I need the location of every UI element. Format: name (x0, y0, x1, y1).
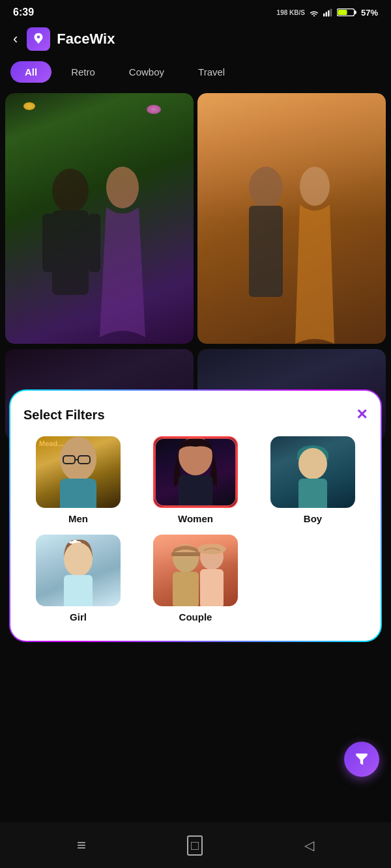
modal-header: Select Filters ✕ (23, 406, 368, 423)
close-button[interactable]: ✕ (356, 406, 368, 423)
filter-label-women: Women (178, 513, 213, 524)
tab-travel[interactable]: Travel (184, 61, 239, 83)
back-button[interactable]: ‹ (10, 28, 20, 50)
svg-rect-3 (330, 8, 332, 16)
filter-item-boy[interactable]: Boy (258, 436, 368, 524)
svg-rect-8 (52, 210, 89, 295)
app-logo-icon (27, 27, 50, 51)
svg-point-24 (298, 448, 327, 479)
filter-label-boy: Boy (304, 513, 322, 524)
grid-image-indian-couple[interactable] (197, 93, 386, 344)
filter-item-girl[interactable]: Girl (23, 535, 133, 623)
battery-pct: 57% (361, 8, 378, 18)
header: ‹ FaceWix (0, 22, 391, 59)
filter-img-women (153, 436, 238, 508)
svg-rect-13 (249, 206, 283, 297)
status-right: 198 KB/S 57% (277, 7, 378, 18)
filter-item-men[interactable]: Mead... Men (23, 436, 133, 524)
tab-all[interactable]: All (10, 61, 51, 83)
filter-modal-wrapper: Select Filters ✕ Mead. (9, 389, 382, 642)
svg-rect-28 (64, 575, 93, 606)
signal-icon (323, 8, 334, 17)
grid-image-couple-garden[interactable] (5, 93, 194, 344)
svg-rect-9 (42, 214, 54, 272)
status-bar: 6:39 198 KB/S 57% (0, 0, 391, 22)
svg-rect-6 (338, 10, 347, 15)
filter-modal: Select Filters ✕ Mead. (10, 391, 381, 641)
svg-rect-5 (355, 10, 356, 14)
nav-home-icon[interactable]: □ (187, 835, 203, 856)
filter-grid: Mead... Men W (23, 436, 368, 623)
filter-img-girl (36, 535, 121, 606)
nav-back-icon[interactable]: ◁ (304, 837, 314, 853)
svg-rect-19 (60, 479, 96, 508)
filter-label-couple: Couple (179, 611, 212, 623)
filter-item-couple[interactable]: Couple (141, 535, 250, 623)
filter-img-couple (153, 535, 238, 606)
svg-rect-10 (89, 214, 100, 272)
filter-item-women[interactable]: Women (141, 436, 250, 524)
svg-point-14 (300, 167, 330, 206)
svg-rect-0 (323, 14, 325, 17)
tab-cowboy[interactable]: Cowboy (115, 61, 179, 83)
filter-img-boy (270, 436, 355, 508)
svg-point-27 (64, 542, 93, 576)
category-tabs: All Retro Cowboy Travel (0, 59, 391, 93)
image-grid-top (0, 93, 391, 344)
modal-title: Select Filters (23, 408, 105, 423)
svg-rect-34 (200, 569, 224, 606)
status-time: 6:39 (13, 7, 34, 18)
svg-rect-25 (298, 479, 327, 508)
filter-img-men: Mead... (36, 436, 121, 508)
filter-fab-button[interactable] (344, 742, 379, 777)
bottom-nav: ≡ □ ◁ (0, 822, 391, 868)
filter-label-girl: Girl (70, 611, 87, 623)
filter-label-men: Men (68, 513, 88, 524)
svg-point-7 (52, 169, 89, 213)
svg-rect-1 (326, 12, 327, 16)
wifi-icon (308, 8, 320, 17)
data-speed: 198 KB/S (277, 9, 305, 16)
app-title: FaceWix (57, 31, 115, 48)
tab-retro[interactable]: Retro (57, 61, 109, 83)
battery-icon (337, 7, 358, 18)
nav-menu-icon[interactable]: ≡ (77, 836, 85, 854)
svg-rect-31 (173, 572, 199, 606)
svg-point-12 (249, 167, 283, 208)
funnel-icon (353, 751, 370, 768)
svg-rect-2 (328, 10, 329, 17)
svg-point-11 (106, 167, 139, 208)
